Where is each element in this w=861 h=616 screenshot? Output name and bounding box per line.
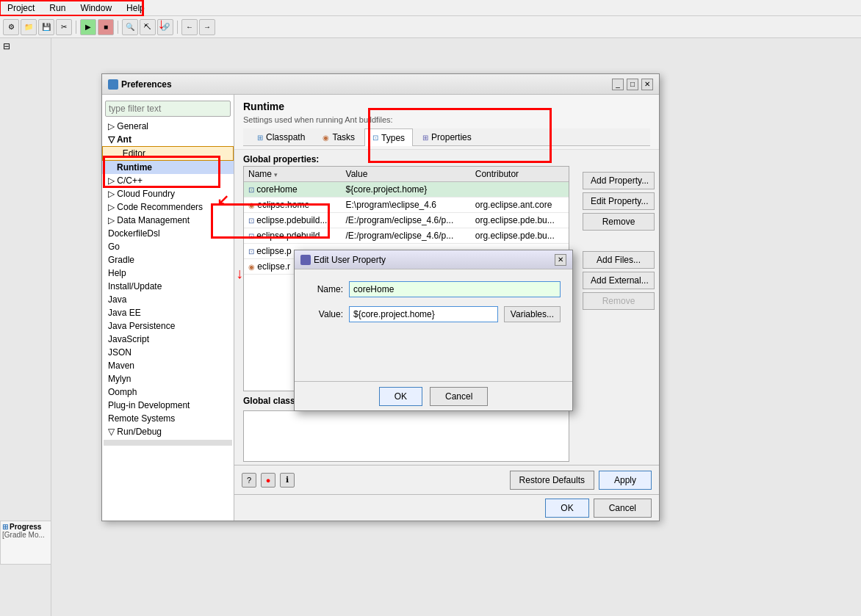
classpath-icon: ⊞ [257, 134, 263, 142]
tree-item-help[interactable]: Help [102, 267, 234, 280]
tree-item-ant[interactable]: ▽ Ant [102, 133, 234, 146]
menu-item-run[interactable]: Run [45, 1, 70, 15]
tree-item-coderecommenders[interactable]: ▷ Code Recommenders [102, 200, 234, 214]
tree-item-go[interactable]: Go [102, 240, 234, 253]
row-name-2: ⊡ eclipse.pdebuild... [244, 213, 342, 228]
footer-right: Restore Defaults Apply [510, 471, 652, 490]
tree-item-mylyn[interactable]: Mylyn [102, 372, 234, 385]
row-value-1: E:\program\eclipse_4.6 [342, 198, 471, 213]
toolbar-btn-stop[interactable]: ■ [98, 19, 114, 35]
tab-tasks-label: Tasks [332, 132, 355, 142]
apply-btn[interactable]: Apply [599, 471, 652, 490]
table-row[interactable]: ⊡ coreHome ${core.project.home} [244, 182, 569, 198]
tab-classpath-label: Classpath [266, 132, 305, 142]
maximize-btn[interactable]: □ [627, 79, 638, 90]
value-input[interactable] [349, 306, 498, 322]
left-panel-toggle[interactable]: ⊟ [0, 38, 51, 54]
tab-tasks[interactable]: ◉ Tasks [314, 128, 363, 145]
tree-item-remotesystems[interactable]: Remote Systems [102, 412, 234, 425]
toolbar-btn-4[interactable]: ✂ [56, 19, 72, 35]
titlebar-controls: _ □ ✕ [612, 79, 653, 90]
classpath-area [243, 410, 569, 462]
tree-item-cloudfoundry[interactable]: ▷ Cloud Foundry [102, 187, 234, 200]
edit-property-btn[interactable]: Edit Property... [583, 192, 655, 210]
table-row[interactable]: ⊡ eclipse.pdebuild. /E:/program/eclipse_… [244, 228, 569, 244]
edit-dialog-title: Edit User Property [314, 255, 386, 265]
toolbar-btn-3[interactable]: 💾 [38, 19, 54, 35]
tab-classpath[interactable]: ⊞ Classpath [249, 128, 313, 145]
minimize-btn[interactable]: _ [612, 79, 624, 90]
tree-item-runtime[interactable]: Runtime [102, 161, 234, 174]
tree-item-gradle[interactable]: Gradle [102, 253, 234, 267]
close-btn[interactable]: ✕ [641, 79, 653, 90]
remove-property-btn[interactable]: Remove [583, 213, 655, 231]
variables-btn[interactable]: Variables... [504, 306, 561, 322]
record-btn[interactable]: ● [261, 473, 275, 488]
edit-cancel-btn[interactable]: Cancel [430, 387, 488, 406]
edit-body: Name: Value: Variables... [295, 269, 572, 381]
add-files-btn[interactable]: Add Files... [583, 251, 655, 269]
tree-item-cpp[interactable]: ▷ C/C++ [102, 174, 234, 187]
value-label: Value: [306, 309, 343, 319]
menu-item-window[interactable]: Window [76, 1, 116, 15]
tree-item-editor[interactable]: Editor [102, 146, 234, 161]
name-row: Name: [306, 281, 561, 297]
tree-item-general[interactable]: ▷ General [102, 120, 234, 133]
menu-item-help[interactable]: Help [122, 1, 149, 15]
toolbar-btn-back[interactable]: ← [181, 19, 198, 35]
name-input[interactable] [349, 281, 561, 297]
tab-types-label: Types [381, 133, 405, 143]
edit-ok-btn[interactable]: OK [379, 387, 422, 406]
properties-icon: ⊞ [422, 134, 428, 142]
add-property-btn[interactable]: Add Property... [583, 172, 655, 189]
cancel-btn[interactable]: Cancel [594, 499, 652, 518]
toolbar-btn-run[interactable]: ▶ [80, 19, 96, 35]
tree-item-datamanagement[interactable]: ▷ Data Management [102, 214, 234, 227]
tree-item-plugindevelopment[interactable]: Plug-in Development [102, 399, 234, 412]
content-description: Settings used when running Ant buildfile… [243, 115, 650, 124]
col-contributor[interactable]: Contributor [471, 167, 569, 182]
col-name[interactable]: Name ▾ [244, 167, 342, 182]
sort-arrow-name: ▾ [274, 171, 278, 178]
menu-bar: Project Run Window Help [0, 0, 861, 16]
prefs-tree: ▷ General ▽ Ant Editor Runtime ▷ C/C++ ▷… [102, 95, 234, 521]
tree-search-input[interactable] [105, 101, 231, 117]
restore-defaults-btn[interactable]: Restore Defaults [510, 471, 594, 490]
toolbar-btn-6[interactable]: ⛏ [140, 19, 156, 35]
table-row[interactable]: ◉ eclipse.home E:\program\eclipse_4.6 or… [244, 198, 569, 213]
row-value-2: /E:/program/eclipse_4.6/p... [342, 213, 471, 228]
toolbar-btn-7[interactable]: 🔗 [157, 19, 173, 35]
tree-item-installupdate[interactable]: Install/Update [102, 280, 234, 293]
tree-item-javaee[interactable]: Java EE [102, 306, 234, 319]
col-value[interactable]: Value [342, 167, 471, 182]
remove-classpath-btn[interactable]: Remove [583, 292, 655, 310]
tree-item-javapersistence[interactable]: Java Persistence [102, 319, 234, 333]
row-name-1: ◉ eclipse.home [244, 198, 342, 213]
tree-item-javascript[interactable]: JavaScript [102, 333, 234, 346]
info-btn[interactable]: ℹ [280, 473, 295, 488]
edit-titlebar: Edit User Property ✕ [295, 250, 572, 269]
toolbar-sep-2 [118, 21, 118, 34]
add-external-btn[interactable]: Add External... [583, 272, 655, 289]
tree-item-oomph[interactable]: Oomph [102, 385, 234, 399]
toolbar-btn-2[interactable]: 📁 [21, 19, 37, 35]
tree-item-rundebug[interactable]: ▽ Run/Debug [102, 425, 234, 438]
toolbar-btn-1[interactable]: ⚙ [3, 19, 19, 35]
spacer [583, 233, 655, 248]
tree-item-maven[interactable]: Maven [102, 359, 234, 372]
table-row[interactable]: ⊡ eclipse.pdebuild... /E:/program/eclips… [244, 213, 569, 228]
tab-properties[interactable]: ⊞ Properties [414, 128, 480, 145]
tab-types[interactable]: ⊡ Types [364, 128, 413, 146]
edit-close-btn[interactable]: ✕ [555, 254, 566, 266]
help-btn[interactable]: ? [242, 473, 256, 488]
prefs-icon [108, 79, 118, 90]
ok-btn[interactable]: OK [545, 499, 588, 518]
toolbar-btn-fwd[interactable]: → [199, 19, 215, 35]
tree-item-json[interactable]: JSON [102, 346, 234, 359]
tree-item-dockerfiledsl[interactable]: DockerfileDsl [102, 227, 234, 240]
toolbar-btn-5[interactable]: 🔍 [122, 19, 138, 35]
tree-item-java[interactable]: Java [102, 293, 234, 306]
eclipse-icon-1: ◉ [248, 201, 255, 209]
menu-item-project[interactable]: Project [3, 1, 39, 15]
content-title: Runtime [243, 101, 650, 112]
